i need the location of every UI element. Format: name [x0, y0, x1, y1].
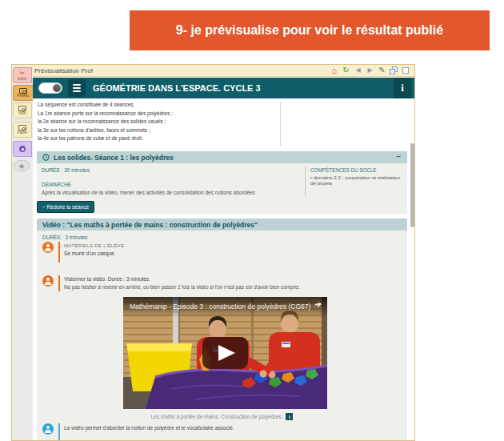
materiel-text: Se munir d'un casque. — [64, 251, 124, 256]
item-accent-bar — [58, 275, 60, 291]
consigne-line1: Visionner la vidéo. Durée : 3 minutes. — [64, 276, 300, 282]
item-accent-bar — [58, 423, 60, 441]
intro-line: La 1re séance porte sur la reconnaissanc… — [38, 110, 278, 118]
reduce-seance-button[interactable]: − Réduire la séance — [37, 201, 94, 213]
intro-line: La séquence est constituée de 4 séances. — [38, 101, 278, 110]
maximize-icon[interactable] — [402, 66, 410, 75]
student-icon — [42, 275, 54, 287]
preview-icon — [19, 88, 27, 94]
window-title: Prévisualisation Prof — [34, 67, 93, 74]
home-icon[interactable]: ⌂ — [330, 66, 338, 75]
competences-item: • domaine 2.2 : coopération et réalisati… — [310, 174, 405, 186]
consigne-line2: Ne pas hésiter à revenir en arrière, ou … — [64, 284, 300, 290]
menu-button[interactable] — [68, 79, 86, 97]
window-titlebar: Prévisualisation Prof ⌂ ↻ ◀ ▶ ✎ — [12, 65, 414, 77]
seance-title: Les solides. Séance 1 : les polyèdres — [54, 154, 174, 162]
sidebar-tab-previsu[interactable]: Prévisu — [13, 85, 33, 101]
seance-header-band: Les solides. Séance 1 : les polyèdres − — [37, 151, 407, 163]
intro-line: la 2e séance sur la reconnaissance des s… — [38, 118, 278, 126]
screenshot-stage: 9- je prévisualise pour voir le résultat… — [0, 0, 504, 441]
competences-block: COMPÉTENCES DU SOCLE • domaine 2.2 : coo… — [310, 167, 405, 186]
caption-info-icon[interactable]: i — [286, 413, 293, 420]
sidebar-tab-purple[interactable] — [13, 141, 32, 157]
sequence-title: GÉOMÉTRIE DANS L'ESPACE. CYCLE 3 — [93, 83, 261, 93]
video-thumbnail: Mathémanip - Episode 3 : construction de… — [123, 297, 327, 409]
toggle-knob — [53, 84, 61, 92]
demarche-text: Après la visualisation de la vidéo, mene… — [42, 190, 298, 195]
back-icon[interactable]: ◀ — [354, 66, 362, 75]
windows-icon[interactable] — [390, 66, 398, 75]
sidebar-collapse-button[interactable]: ◆ — [14, 160, 30, 171]
titlebar-icon-group: ⌂ ↻ ◀ ▶ ✎ — [330, 66, 410, 75]
info-button[interactable]: i — [394, 78, 411, 98]
sidebar-tab-papier[interactable]: Papier — [13, 122, 32, 138]
sidebar-tab-editer[interactable]: ✂ Editer — [13, 67, 32, 83]
sidebar-tab-web[interactable]: Web — [13, 102, 32, 118]
intro-line: la 3e sur les notions d'arêtes, faces et… — [38, 126, 278, 135]
duration-label: DURÉE : 30 minutes — [42, 167, 90, 173]
teacher-icon — [42, 423, 54, 435]
teacher-note-text: La vidéo permet d'aborder la notion de p… — [64, 425, 234, 431]
preview-window: Prévisualisation Prof ⌂ ↻ ◀ ▶ ✎ ✂ Editer… — [11, 64, 415, 441]
refresh-icon[interactable]: ↻ — [342, 66, 350, 75]
scissors-icon: ✂ — [20, 70, 26, 77]
seance-panel: Les solides. Séance 1 : les polyèdres − … — [37, 151, 407, 214]
video-header-band: Vidéo : "Les maths à portée de mains : c… — [37, 218, 407, 231]
instruction-banner: 9- je prévisualise pour voir le résultat… — [130, 10, 490, 50]
intro-paragraph: La séquence est constituée de 4 séances.… — [38, 101, 278, 143]
materiel-item: MATÉRIELS DE L'ÉLÈVE Se munir d'un casqu… — [42, 242, 124, 264]
camera-icon — [18, 106, 26, 111]
teacher-note-item: La vidéo permet d'aborder la notion de p… — [42, 423, 234, 441]
competences-divider — [305, 166, 306, 197]
video-panel: Vidéo : "Les maths à portée de mains : c… — [37, 218, 407, 441]
clock-icon — [42, 154, 50, 161]
diamond-icon: ◆ — [19, 162, 24, 170]
edit-page-icon[interactable]: ✎ — [378, 66, 386, 75]
video-player[interactable]: Mathémanip - Episode 3 : construction de… — [123, 297, 327, 409]
app-header: GÉOMÉTRIE DANS L'ESPACE. CYCLE 3 i — [33, 78, 415, 98]
materiel-title: MATÉRIELS DE L'ÉLÈVE — [64, 243, 124, 248]
video-caption: Les maths à portée de mains. Constructio… — [151, 414, 283, 419]
student-icon — [42, 242, 54, 253]
consigne-item: Visionner la vidéo. Durée : 3 minutes. N… — [42, 275, 300, 293]
competences-title: COMPÉTENCES DU SOCLE — [310, 167, 405, 173]
scrollbar-thumb[interactable] — [410, 143, 414, 227]
stamp-icon — [19, 146, 26, 152]
video-section-title: Vidéo : "Les maths à portée de mains : c… — [42, 221, 258, 229]
sidebar-tabstrip: ✂ Editer Prévisu Web Papier ◆ — [12, 66, 33, 441]
preview-toggle[interactable] — [38, 82, 62, 94]
video-duration-label: DURÉE : 3 minutes — [42, 235, 87, 240]
video-caption-row: Les maths à portée de mains. Constructio… — [37, 413, 407, 420]
forward-icon[interactable]: ▶ — [366, 66, 374, 75]
collapse-icon[interactable]: − — [396, 152, 401, 161]
demarche-label: DÉMARCHE — [42, 182, 71, 187]
camera-icon — [18, 125, 26, 130]
intro-line: la 4e sur les patrons de cube et de pavé… — [38, 134, 278, 143]
item-accent-bar — [58, 242, 60, 263]
column-divider — [280, 102, 281, 146]
video-title: Mathémanip - Episode 3 : construction de… — [130, 303, 310, 311]
